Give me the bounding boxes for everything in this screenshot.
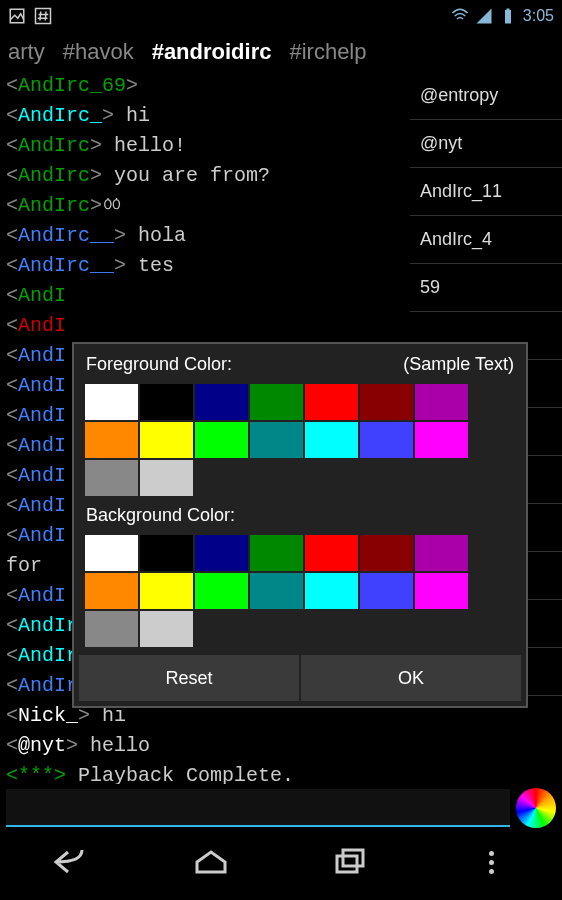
fg-color-swatch[interactable] [304,421,359,459]
tab-havok[interactable]: #havok [63,39,134,65]
fg-color-swatch[interactable] [194,421,249,459]
fg-color-swatch[interactable] [304,383,359,421]
svg-rect-1 [36,9,51,24]
tab-androidirc[interactable]: #androidirc [152,39,272,65]
bg-color-swatch[interactable] [139,572,194,610]
sample-text: (Sample Text) [403,354,514,375]
user-item[interactable]: @nyt [410,120,562,168]
bg-color-swatch[interactable] [414,572,469,610]
message-input[interactable] [6,789,510,827]
fg-color-swatch[interactable] [359,383,414,421]
back-button[interactable] [40,842,100,882]
bg-color-swatch[interactable] [359,572,414,610]
chat-line: <AndIrc__> hola [6,222,404,250]
hash-icon [34,7,52,25]
bg-color-swatch[interactable] [139,610,194,648]
chat-line: <AndIrc>ㆀ [6,192,404,220]
ok-button[interactable]: OK [300,654,522,702]
chat-line: <AndI [6,312,404,340]
bg-color-swatch[interactable] [139,534,194,572]
color-wheel-button[interactable] [516,788,556,828]
reset-button[interactable]: Reset [78,654,300,702]
svg-rect-2 [505,10,511,24]
status-bar: 3:05 [0,0,562,32]
fg-color-swatch[interactable] [84,459,139,497]
bg-color-swatch[interactable] [414,534,469,572]
chat-line: <AndIrc__> tes [6,252,404,280]
fg-color-swatch[interactable] [414,421,469,459]
battery-icon [499,7,517,25]
chat-line: <AndIrc> hello! [6,132,404,160]
user-item[interactable]: AndIrc_4 [410,216,562,264]
navigation-bar [0,832,562,892]
fg-swatches [78,381,522,499]
fg-color-swatch[interactable] [194,383,249,421]
chat-line: <AndI [6,282,404,310]
bg-color-swatch[interactable] [359,534,414,572]
bg-color-swatch[interactable] [84,610,139,648]
fg-color-swatch[interactable] [84,383,139,421]
fg-color-swatch[interactable] [249,421,304,459]
fg-color-swatch[interactable] [139,383,194,421]
channel-tabs: arty#havok#androidirc#irchelp [0,32,562,72]
chat-line: <AndIrc_69> [6,72,404,100]
svg-rect-4 [337,856,357,872]
bg-color-swatch[interactable] [194,534,249,572]
chat-line: <@nyt> hello [6,732,404,760]
chat-line: <AndIrc> you are from? [6,162,404,190]
bg-color-swatch[interactable] [304,572,359,610]
signal-icon [475,7,493,25]
recent-button[interactable] [321,842,381,882]
menu-button[interactable] [462,842,522,882]
picture-icon [8,7,26,25]
user-item[interactable]: @entropy [410,72,562,120]
fg-color-swatch[interactable] [139,459,194,497]
bg-color-swatch[interactable] [84,572,139,610]
background-label: Background Color: [86,505,235,526]
bg-swatches [78,532,522,650]
input-bar [0,784,562,832]
wifi-icon [451,7,469,25]
home-button[interactable] [181,842,241,882]
chat-area: <AndIrc_69><AndIrc_> hi<AndIrc> hello!<A… [0,72,562,832]
fg-color-swatch[interactable] [414,383,469,421]
user-item[interactable]: AndIrc_11 [410,168,562,216]
bg-color-swatch[interactable] [304,534,359,572]
clock: 3:05 [523,7,554,25]
user-item[interactable]: 59 [410,264,562,312]
bg-color-swatch[interactable] [249,534,304,572]
svg-rect-5 [343,850,363,866]
svg-rect-3 [506,9,509,11]
fg-color-swatch[interactable] [139,421,194,459]
bg-color-swatch[interactable] [84,534,139,572]
fg-color-swatch[interactable] [249,383,304,421]
color-picker-dialog: Foreground Color: (Sample Text) Backgrou… [72,342,528,708]
chat-line: <AndIrc_> hi [6,102,404,130]
bg-color-swatch[interactable] [194,572,249,610]
fg-color-swatch[interactable] [359,421,414,459]
bg-color-swatch[interactable] [249,572,304,610]
foreground-label: Foreground Color: [86,354,232,375]
fg-color-swatch[interactable] [84,421,139,459]
tab-arty[interactable]: arty [8,39,45,65]
tab-irchelp[interactable]: #irchelp [289,39,366,65]
